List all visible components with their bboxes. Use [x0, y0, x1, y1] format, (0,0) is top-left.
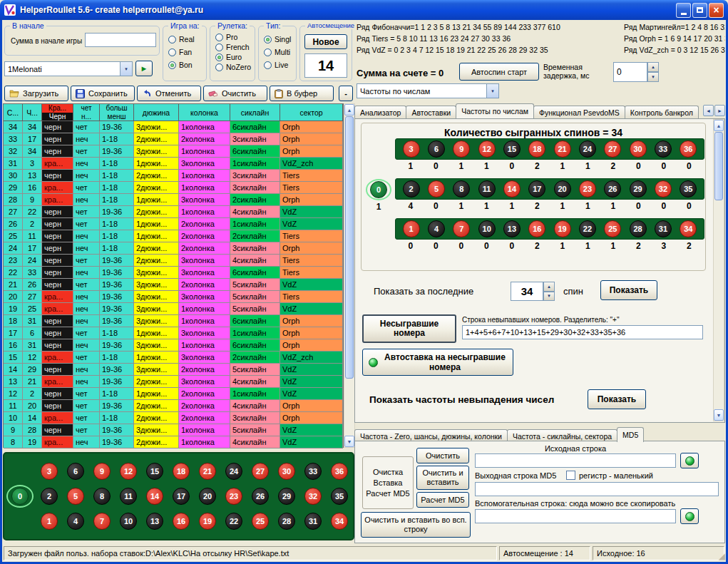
scroll-up-icon[interactable]: ▲ — [714, 120, 724, 131]
table-row[interactable]: 2233черннеч19-363дюжи...3колонка6сиклайн… — [4, 267, 343, 279]
roulette-number-22[interactable]: 22 — [225, 513, 242, 530]
autobet-missed-button[interactable]: Автоставка на несыгравшие номера — [362, 349, 513, 376]
roulette-number-34[interactable]: 34 — [680, 220, 697, 237]
md5-clear-button[interactable]: Очистить — [416, 448, 469, 463]
table-scrollbar[interactable]: ▲ ▼ — [344, 103, 355, 448]
table-row[interactable]: 3434чернчет19-363дюжи...1колонка6сиклайн… — [4, 121, 343, 133]
roulette-number-0[interactable]: 0 — [11, 488, 29, 505]
roulette-number-18[interactable]: 18 — [528, 140, 545, 158]
roulette-number-3[interactable]: 3 — [41, 463, 58, 480]
preset-combo[interactable]: 1Melonati ▼ — [4, 61, 133, 76]
undo-button[interactable]: Отменить — [137, 86, 201, 101]
scroll-down-icon[interactable]: ▼ — [714, 409, 724, 421]
column-header-parity[interactable]: чет н... — [73, 104, 100, 121]
tab-scroll-right-icon[interactable]: ► — [714, 105, 725, 116]
roulette-number-27[interactable]: 27 — [252, 463, 269, 480]
column-header-spin[interactable]: С... — [4, 104, 23, 121]
save-button[interactable]: Сохранить — [71, 86, 135, 101]
roulette-number-3[interactable]: 3 — [403, 140, 420, 158]
column-header-sector[interactable]: сектор — [280, 104, 343, 121]
show-last-spinner[interactable]: 34 ▲ ▼ — [511, 282, 555, 301]
roulette-number-15[interactable]: 15 — [146, 463, 163, 480]
table-row[interactable]: 313кра...неч1-181дюжи...3колонка1сиклайн… — [4, 158, 343, 170]
column-header-sixline[interactable]: сиклайн — [230, 104, 280, 121]
roulette-number-7[interactable]: 7 — [453, 220, 470, 237]
md5-source-led-button[interactable] — [680, 453, 699, 468]
roulette-number-21[interactable]: 21 — [554, 140, 571, 158]
spin-down-icon[interactable]: ▼ — [543, 292, 555, 302]
title-bar[interactable]: HelperRoullet 5.6- create helperroullet@… — [0, 0, 728, 20]
roulette-number-2[interactable]: 2 — [403, 180, 420, 198]
missed-string-input[interactable]: 1+4+5+6+7+10+13+15+29+30+32+33+35+36 — [462, 325, 703, 339]
radio-french[interactable]: French — [215, 43, 255, 51]
roulette-number-32[interactable]: 32 — [655, 180, 672, 198]
spin-down-icon[interactable]: ▼ — [647, 72, 659, 82]
page-scroll-thumb[interactable] — [714, 132, 723, 200]
roulette-number-16[interactable]: 16 — [528, 220, 545, 237]
roulette-number-24[interactable]: 24 — [579, 140, 596, 158]
column-header-column[interactable]: колонка — [179, 104, 230, 121]
md5-source-input[interactable] — [475, 453, 676, 468]
roulette-number-12[interactable]: 12 — [478, 140, 496, 158]
radio-singl[interactable]: Singl — [264, 35, 296, 43]
roulette-number-0[interactable]: 0 — [370, 181, 387, 198]
column-header-range[interactable]: больш менш — [100, 104, 134, 121]
delay-spinner[interactable]: 0 ▲ ▼ — [613, 62, 659, 82]
roulette-number-29[interactable]: 29 — [630, 180, 647, 198]
roulette-number-34[interactable]: 34 — [331, 513, 348, 530]
radio-pro[interactable]: Pro — [215, 33, 255, 41]
table-row[interactable]: 1831черннеч19-363дюжи...1колонка6сиклайн… — [4, 315, 343, 327]
roulette-number-28[interactable]: 28 — [278, 513, 295, 530]
scroll-down-icon[interactable]: ▼ — [344, 436, 354, 447]
roulette-number-32[interactable]: 32 — [304, 488, 322, 505]
missed-numbers-button[interactable]: Несыгравшие номера — [362, 314, 456, 343]
autospin-button[interactable]: Автоспин старт — [459, 63, 539, 81]
md5-aux-input[interactable] — [475, 509, 676, 523]
close-button[interactable]: × — [709, 3, 724, 18]
roulette-number-24[interactable]: 24 — [225, 463, 242, 480]
table-row[interactable]: 2324чернчет19-362дюжи...3колонка4сиклайн… — [4, 255, 343, 267]
roulette-number-20[interactable]: 20 — [199, 488, 216, 505]
show-last-value[interactable]: 34 — [511, 282, 543, 301]
roulette-number-1[interactable]: 1 — [403, 220, 420, 237]
table-row[interactable]: 289кра...неч1-181дюжи...3колонка2сиклайн… — [4, 194, 343, 206]
roulette-number-36[interactable]: 36 — [680, 140, 697, 158]
table-row[interactable]: 1014кра...чет1-182дюжи...2колонка3сиклай… — [4, 412, 343, 424]
table-scroll-thumb[interactable] — [345, 116, 354, 379]
dropdown-icon[interactable]: ▼ — [120, 62, 132, 76]
tab-scroll-left-icon[interactable]: ◄ — [703, 105, 714, 116]
roulette-number-17[interactable]: 17 — [528, 180, 545, 198]
roulette-number-14[interactable]: 14 — [146, 488, 163, 505]
md5-aux-led-button[interactable] — [680, 508, 699, 524]
roulette-number-8[interactable]: 8 — [93, 488, 111, 505]
table-row[interactable]: 2417черннеч1-182дюжи...2колонка3сиклайнO… — [4, 242, 343, 255]
roulette-number-8[interactable]: 8 — [453, 180, 470, 198]
roulette-number-9[interactable]: 9 — [93, 463, 111, 480]
roulette-number-4[interactable]: 4 — [428, 220, 445, 237]
roulette-number-31[interactable]: 31 — [655, 220, 672, 237]
table-row[interactable]: 1120чернчет19-362дюжи...2колонка4сиклайн… — [4, 400, 343, 412]
column-header-dozen[interactable]: дюжина — [134, 104, 179, 121]
roulette-number-21[interactable]: 21 — [199, 463, 216, 480]
minus-button[interactable]: - — [339, 86, 353, 101]
roulette-number-13[interactable]: 13 — [146, 513, 163, 530]
roulette-number-12[interactable]: 12 — [120, 463, 137, 480]
roulette-number-1[interactable]: 1 — [41, 513, 58, 530]
roulette-number-17[interactable]: 17 — [173, 488, 190, 505]
table-row[interactable]: 1631черннеч19-363дюжи...1колонка6сиклайн… — [4, 339, 343, 352]
table-row[interactable]: 1429черннеч19-363дюжи...2колонка5сиклайн… — [4, 364, 343, 376]
column-header-color[interactable]: Кра... Черн — [42, 104, 73, 121]
show-button[interactable]: Показать — [600, 280, 657, 300]
roulette-number-18[interactable]: 18 — [173, 463, 190, 480]
roulette-number-5[interactable]: 5 — [67, 488, 84, 505]
roulette-number-13[interactable]: 13 — [503, 220, 521, 237]
radio-bon[interactable]: Bon — [168, 61, 206, 69]
roulette-number-23[interactable]: 23 — [579, 180, 596, 198]
roulette-number-16[interactable]: 16 — [173, 513, 190, 530]
table-row[interactable]: 262чернчет1-181дюжи...2колонка1сиклайнVd… — [4, 218, 343, 230]
spin-up-icon[interactable]: ▲ — [647, 62, 659, 72]
radio-real[interactable]: Real — [168, 35, 206, 43]
roulette-number-35[interactable]: 35 — [331, 488, 348, 505]
spin-up-icon[interactable]: ▲ — [543, 282, 555, 292]
roulette-number-27[interactable]: 27 — [604, 140, 621, 158]
